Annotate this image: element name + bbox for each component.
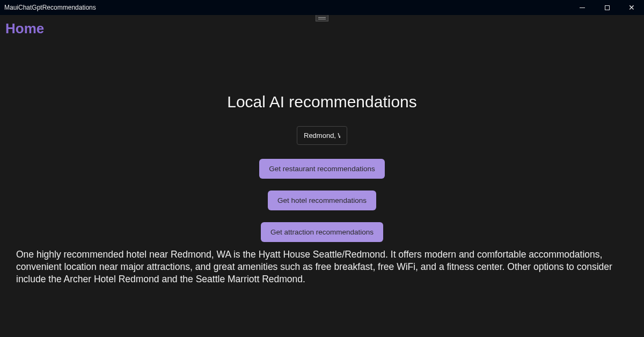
get-attraction-button[interactable]: Get attraction recommendations xyxy=(261,222,383,242)
page-title: Local AI recommendations xyxy=(227,93,417,111)
maximize-button[interactable] xyxy=(595,0,619,15)
maximize-icon xyxy=(605,5,610,10)
minimize-button[interactable] xyxy=(570,0,595,15)
location-input[interactable] xyxy=(297,126,347,145)
minimize-icon xyxy=(580,8,585,8)
get-hotel-button[interactable]: Get hotel recommendations xyxy=(268,191,376,210)
recommendation-result: One highly recommended hotel near Redmon… xyxy=(16,248,628,285)
get-restaurant-button[interactable]: Get restaurant recommendations xyxy=(259,159,384,179)
close-button[interactable]: ✕ xyxy=(619,0,644,15)
window-title: MauiChatGptRecommendations xyxy=(4,4,96,11)
close-icon: ✕ xyxy=(628,4,635,11)
drag-handle-icon xyxy=(318,17,326,18)
main-content: Local AI recommendations Get restaurant … xyxy=(0,15,644,254)
drag-handle[interactable] xyxy=(316,15,328,21)
window-titlebar: MauiChatGptRecommendations ✕ xyxy=(0,0,644,15)
window-controls: ✕ xyxy=(570,0,644,15)
content-area: Home Local AI recommendations Get restau… xyxy=(0,15,644,337)
drag-handle-icon xyxy=(318,19,326,19)
home-nav-label[interactable]: Home xyxy=(5,20,44,37)
